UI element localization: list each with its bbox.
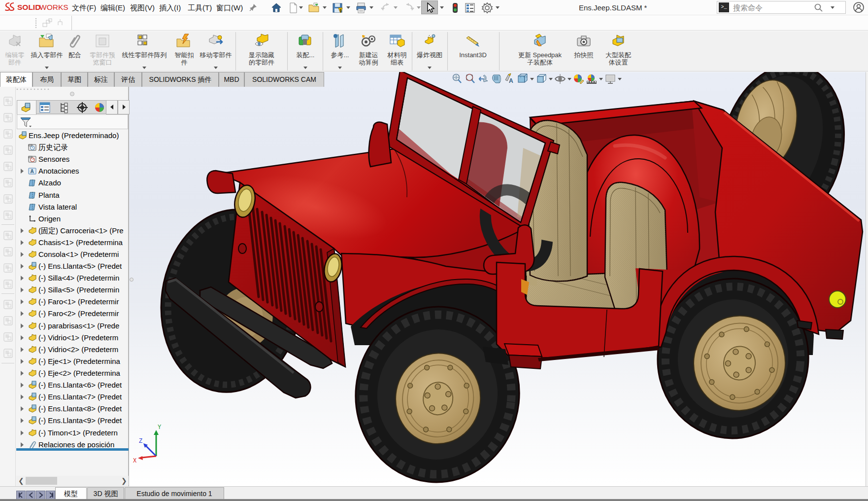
svg-text:!: ! (340, 8, 341, 13)
svg-text:A: A (31, 169, 34, 174)
svg-text:SOLID: SOLID (17, 3, 40, 11)
svg-text:Y: Y (158, 424, 161, 431)
svg-text:Z: Z (139, 438, 142, 445)
svg-text:X: X (133, 458, 136, 465)
svg-text:WORKS: WORKS (39, 3, 68, 11)
